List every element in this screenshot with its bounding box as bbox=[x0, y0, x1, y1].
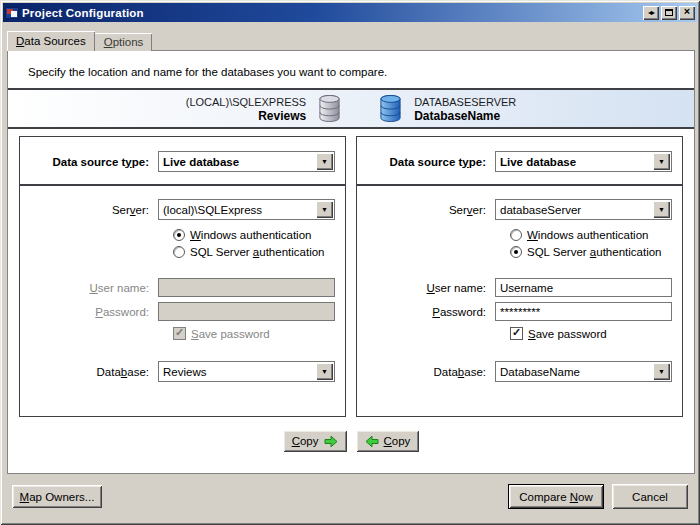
source-banner-text: (LOCAL)\SQLEXPRESS Reviews bbox=[186, 95, 306, 123]
source-server-select[interactable]: (local)\SQLExpress ▼ bbox=[158, 199, 335, 220]
source-database-label: Database: bbox=[32, 366, 158, 378]
titlebar[interactable]: Project Configuration ◂▸ × bbox=[3, 3, 697, 22]
source-panel: Data source type: Live database ▼ Server… bbox=[19, 136, 346, 417]
copy-to-source-button[interactable]: Copy bbox=[356, 430, 420, 452]
databases-banner: (LOCAL)\SQLEXPRESS Reviews bbox=[8, 88, 694, 129]
windows-auth-label: Windows authentication bbox=[527, 229, 648, 241]
resize-button[interactable]: ◂▸ bbox=[643, 6, 659, 20]
sql-auth-label: SQL Server authentication bbox=[190, 246, 324, 258]
source-save-password-checkbox[interactable]: Save password bbox=[173, 327, 345, 340]
source-windows-auth-radio[interactable]: Windows authentication bbox=[173, 229, 345, 241]
save-password-label: Save password bbox=[191, 328, 270, 340]
map-owners-button[interactable]: Map Owners... bbox=[12, 485, 102, 508]
target-password-label: Password: bbox=[369, 306, 495, 318]
target-save-password-checkbox[interactable]: Save password bbox=[510, 327, 682, 340]
target-data-source-type-select[interactable]: Live database ▼ bbox=[495, 151, 672, 172]
target-username-label: User name: bbox=[369, 282, 495, 294]
checkbox[interactable] bbox=[173, 327, 186, 340]
chevron-down-icon[interactable]: ▼ bbox=[653, 363, 670, 380]
window-title: Project Configuration bbox=[22, 7, 640, 19]
chevron-down-icon[interactable]: ▼ bbox=[316, 201, 333, 218]
project-configuration-dialog: Project Configuration ◂▸ × Data Sources … bbox=[0, 0, 700, 525]
target-sql-auth-radio[interactable]: SQL Server authentication bbox=[510, 246, 682, 258]
windows-auth-label: Windows authentication bbox=[190, 229, 311, 241]
arrow-left-icon bbox=[365, 435, 379, 448]
source-server-name: (LOCAL)\SQLEXPRESS bbox=[186, 95, 306, 109]
target-server-name: DATABASESERVER bbox=[414, 95, 516, 109]
target-panel: Data source type: Live database ▼ Server… bbox=[356, 136, 683, 417]
compare-now-button[interactable]: Compare Now bbox=[508, 484, 604, 509]
source-server-label: Server: bbox=[32, 204, 158, 216]
source-password-label: Password: bbox=[32, 306, 158, 318]
restore-button[interactable] bbox=[661, 6, 677, 20]
source-username-field[interactable] bbox=[158, 278, 335, 297]
source-data-source-type-label: Data source type: bbox=[32, 156, 158, 168]
save-password-label: Save password bbox=[528, 328, 607, 340]
target-password-field[interactable] bbox=[495, 302, 672, 321]
cancel-button[interactable]: Cancel bbox=[612, 484, 688, 509]
resize-width-icon: ◂▸ bbox=[648, 9, 654, 17]
copy-to-target-button[interactable]: Copy bbox=[283, 430, 347, 452]
tabstrip: Data Sources Options bbox=[7, 31, 697, 50]
radio-button[interactable] bbox=[173, 229, 185, 241]
radio-button[interactable] bbox=[510, 246, 522, 258]
target-database-label: Database: bbox=[369, 366, 495, 378]
app-icon bbox=[5, 7, 19, 19]
target-server-label: Server: bbox=[369, 204, 495, 216]
target-banner-text: DATABASESERVER DatabaseName bbox=[414, 95, 516, 123]
tab-options[interactable]: Options bbox=[95, 33, 153, 51]
arrow-right-icon bbox=[324, 435, 338, 448]
source-sql-auth-radio[interactable]: SQL Server authentication bbox=[173, 246, 345, 258]
chevron-down-icon[interactable]: ▼ bbox=[316, 153, 333, 170]
panel-separator bbox=[20, 184, 345, 186]
source-database-icon bbox=[318, 94, 341, 123]
sql-auth-label: SQL Server authentication bbox=[527, 246, 661, 258]
tab-page-data-sources: Specify the location and name for the da… bbox=[7, 50, 695, 474]
target-server-select[interactable]: databaseServer ▼ bbox=[495, 199, 672, 220]
target-username-field[interactable] bbox=[495, 278, 672, 297]
footer-bar: Map Owners... Compare Now Cancel bbox=[3, 474, 697, 519]
page-description: Specify the location and name for the da… bbox=[8, 51, 694, 78]
source-password-field[interactable] bbox=[158, 302, 335, 321]
panel-separator bbox=[357, 184, 682, 186]
target-windows-auth-radio[interactable]: Windows authentication bbox=[510, 229, 682, 241]
radio-button[interactable] bbox=[173, 246, 185, 258]
chevron-down-icon[interactable]: ▼ bbox=[316, 363, 333, 380]
tab-data-sources[interactable]: Data Sources bbox=[7, 31, 95, 51]
target-database-icon bbox=[379, 94, 402, 123]
radio-button[interactable] bbox=[510, 229, 522, 241]
chevron-down-icon[interactable]: ▼ bbox=[653, 153, 670, 170]
source-username-label: User name: bbox=[32, 282, 158, 294]
close-icon: × bbox=[684, 6, 690, 17]
checkbox[interactable] bbox=[510, 327, 523, 340]
restore-icon bbox=[665, 9, 673, 16]
source-data-source-type-select[interactable]: Live database ▼ bbox=[158, 151, 335, 172]
source-database-select[interactable]: Reviews ▼ bbox=[158, 361, 335, 382]
target-data-source-type-label: Data source type: bbox=[369, 156, 495, 168]
close-button[interactable]: × bbox=[679, 6, 695, 20]
target-database-name: DatabaseName bbox=[414, 109, 516, 123]
target-database-select[interactable]: DatabaseName ▼ bbox=[495, 361, 672, 382]
chevron-down-icon[interactable]: ▼ bbox=[653, 201, 670, 218]
source-database-name: Reviews bbox=[186, 109, 306, 123]
